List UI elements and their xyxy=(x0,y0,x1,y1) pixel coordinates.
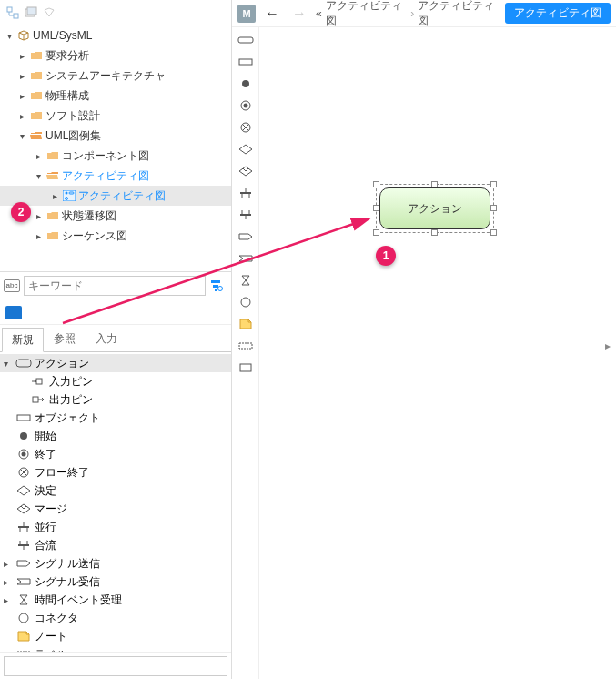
tree-icon-1[interactable] xyxy=(5,5,20,20)
chevron-right-icon[interactable]: ▸ xyxy=(33,231,44,241)
resize-handle-sw[interactable] xyxy=(373,229,379,236)
chevron-right-icon[interactable]: ▸ xyxy=(33,211,44,221)
tree-item-6[interactable]: ▾ アクティビティ図 xyxy=(0,166,231,186)
tree-item-7-selected[interactable]: ▸ アクティビティ図 xyxy=(0,186,231,206)
tree-item-9[interactable]: ▸ シーケンス図 xyxy=(0,226,231,246)
folder-icon xyxy=(45,149,60,162)
toolbox-icon[interactable] xyxy=(5,306,22,319)
pal-end[interactable]: 終了 xyxy=(0,445,231,463)
action-node[interactable]: アクション xyxy=(379,187,490,229)
resize-handle-nw[interactable] xyxy=(373,181,379,187)
diagram-canvas[interactable]: アクション 1 ▸ xyxy=(259,27,616,679)
chevron-right-icon[interactable]: ▸ xyxy=(4,559,15,569)
tree-icon-3[interactable] xyxy=(42,5,56,20)
left-sidebar: ▾ UML/SysML ▸ 要求分析 ▸ システムアーキテクチャ ▸ 物理構成 … xyxy=(0,0,232,679)
pal-object[interactable]: オブジェクト xyxy=(0,409,231,427)
keyboard-icon[interactable]: abc xyxy=(4,279,20,292)
pal-action[interactable]: ▾ アクション xyxy=(0,354,231,372)
tree-item-0[interactable]: ▸ 要求分析 xyxy=(0,46,231,66)
pal-output-pin[interactable]: 出力ピン xyxy=(0,390,231,409)
tab-new[interactable]: 新規 xyxy=(2,328,44,352)
ps-fork-icon[interactable] xyxy=(236,184,256,202)
chevron-right-icon[interactable]: ▸ xyxy=(16,71,27,81)
ps-shape-icon[interactable] xyxy=(236,359,256,377)
chevron-right-icon[interactable]: ▸ xyxy=(4,577,15,587)
tree-item-3[interactable]: ▸ ソフト設計 xyxy=(0,106,231,126)
scroll-right-button[interactable]: ▸ xyxy=(601,337,614,355)
breadcrumb-part-1[interactable]: アクティビティ図 xyxy=(326,0,408,29)
chevron-down-icon[interactable]: ▾ xyxy=(33,171,44,181)
tab-ref[interactable]: 参照 xyxy=(44,327,86,351)
tree-item-8[interactable]: ▸ 状態遷移図 xyxy=(0,206,231,226)
resize-handle-s[interactable] xyxy=(431,229,438,236)
breadcrumb-part-2[interactable]: アクティビティ図 xyxy=(418,0,500,29)
chevron-down-icon[interactable]: ▾ xyxy=(16,131,27,141)
tree-item-1[interactable]: ▸ システムアーキテクチャ xyxy=(0,66,231,86)
svg-rect-39 xyxy=(238,37,253,43)
chevron-right-icon[interactable]: ▸ xyxy=(4,595,15,605)
keyword-search-input[interactable] xyxy=(24,276,206,296)
ps-diamond-icon[interactable] xyxy=(236,140,256,158)
pal-signal-recv[interactable]: ▸ シグナル受信 xyxy=(0,573,231,591)
folder-icon xyxy=(29,89,44,102)
hourglass-icon xyxy=(15,593,33,607)
chevron-right-icon[interactable]: ▸ xyxy=(16,91,27,101)
resize-handle-n[interactable] xyxy=(431,181,438,187)
resize-handle-ne[interactable] xyxy=(490,181,497,187)
tree-root-label: UML/SysML xyxy=(33,29,92,42)
pal-decision[interactable]: 決定 xyxy=(0,481,231,500)
tab-input[interactable]: 入力 xyxy=(86,327,127,351)
chevron-right-icon[interactable]: ▸ xyxy=(33,151,44,161)
ps-label-icon[interactable] xyxy=(236,337,256,355)
resize-handle-e[interactable] xyxy=(490,205,497,211)
pal-flow-end[interactable]: フロー終了 xyxy=(0,463,231,481)
tree-item-2[interactable]: ▸ 物理構成 xyxy=(0,86,231,106)
tree-item-4[interactable]: ▾ UML図例集 xyxy=(0,126,231,146)
pentagon-right-icon xyxy=(15,556,33,571)
diagram-type-button[interactable]: アクティビティ図 xyxy=(505,3,611,24)
ps-join-icon[interactable] xyxy=(236,206,256,224)
chevron-right-icon[interactable]: ▸ xyxy=(49,191,60,201)
tree-item-5[interactable]: ▸ コンポーネント図 xyxy=(0,146,231,166)
svg-rect-40 xyxy=(239,59,252,65)
breadcrumb-sep: › xyxy=(410,7,414,20)
pal-join[interactable]: 合流 xyxy=(0,536,231,554)
pal-note[interactable]: ノート xyxy=(0,627,231,645)
ps-note-icon[interactable] xyxy=(236,315,256,333)
ps-diamond-in-icon[interactable] xyxy=(236,162,256,180)
ps-dot-ring-icon[interactable] xyxy=(236,96,256,115)
pal-merge[interactable]: マージ xyxy=(0,500,231,518)
nav-back-button[interactable]: ← xyxy=(261,5,283,22)
dot-filled-icon xyxy=(15,429,33,443)
pal-fork[interactable]: 並行 xyxy=(0,518,231,536)
chevron-right-icon[interactable]: ▸ xyxy=(16,51,27,61)
pal-time-event[interactable]: ▸ 時間イベント受理 xyxy=(0,591,231,609)
svg-rect-19 xyxy=(17,415,30,421)
chevron-down-icon[interactable]: ▾ xyxy=(4,359,15,369)
filter-icon[interactable] xyxy=(209,279,227,293)
pal-start[interactable]: 開始 xyxy=(0,427,231,445)
ps-dot-filled-icon[interactable] xyxy=(236,75,256,93)
fork-icon xyxy=(15,520,33,534)
pal-input-pin[interactable]: 入力ピン xyxy=(0,372,231,390)
ps-pentagon-r-icon[interactable] xyxy=(236,228,256,246)
tree-icon-2[interactable] xyxy=(24,5,38,20)
chevron-right-icon[interactable]: ▸ xyxy=(16,111,27,121)
tree-root[interactable]: ▾ UML/SysML xyxy=(0,25,231,46)
ps-cross-circle-icon[interactable] xyxy=(236,118,256,137)
ps-roundrect-icon[interactable] xyxy=(236,31,256,49)
ps-hourglass-icon[interactable] xyxy=(236,271,256,289)
ps-rect-icon[interactable] xyxy=(236,53,256,71)
palette-search-input[interactable] xyxy=(4,656,227,676)
ps-circle-icon[interactable] xyxy=(236,293,256,311)
resize-handle-se[interactable] xyxy=(490,229,497,236)
nav-forward-button[interactable]: → xyxy=(288,5,310,22)
pal-signal-send[interactable]: ▸ シグナル送信 xyxy=(0,554,231,573)
chevron-down-icon[interactable]: ▾ xyxy=(4,31,15,41)
resize-handle-w[interactable] xyxy=(373,205,379,211)
breadcrumb-prefix: « xyxy=(316,7,322,20)
ps-pentagon-l-icon[interactable] xyxy=(236,249,256,268)
breadcrumb: « アクティビティ図 › アクティビティ図 xyxy=(316,0,500,29)
pal-connector[interactable]: コネクタ xyxy=(0,609,231,627)
svg-rect-12 xyxy=(215,289,217,291)
